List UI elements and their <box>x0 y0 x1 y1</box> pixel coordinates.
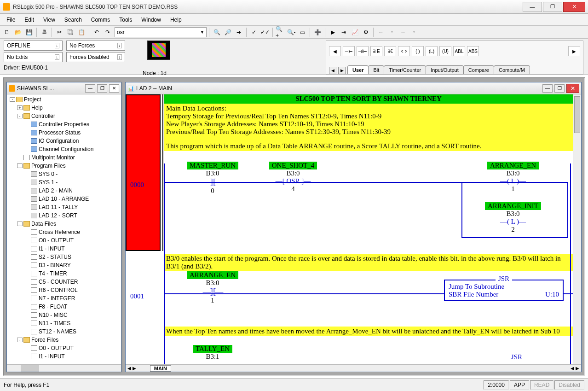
palette-tab-timer[interactable]: Timer/Counter <box>384 65 426 74</box>
mode-dropdown[interactable]: OFFLINE↓ <box>4 41 63 51</box>
tree-item[interactable]: B3 - BINARY <box>7 261 121 269</box>
pal-btn-3[interactable]: ∃€ <box>384 46 396 56</box>
tree-item[interactable]: I1 - INPUT <box>7 352 121 361</box>
tree-min-button[interactable]: — <box>85 84 95 93</box>
save-icon[interactable]: 💾 <box>24 27 34 37</box>
palette-nav-right[interactable]: ▶ <box>568 46 580 56</box>
open-icon[interactable]: 📂 <box>13 27 23 37</box>
ladder-min-button[interactable]: — <box>542 84 553 93</box>
pal-btn-0[interactable]: ⊣⊢ <box>343 46 355 56</box>
window-icon[interactable]: ▭ <box>297 27 307 37</box>
tree-item[interactable]: Channel Configuration <box>7 145 121 153</box>
tree-item[interactable]: ST12 - NAMES <box>7 327 121 336</box>
rung-1[interactable]: ARRANGE_EN B3:0 —] [— 1 JSR Jump To Subr… <box>164 271 573 327</box>
ladder-max-button[interactable]: ❐ <box>554 84 565 93</box>
tree-item[interactable]: I1 - INPUT <box>7 245 121 253</box>
tree-item[interactable]: LAD 2 - MAIN <box>7 187 121 195</box>
menu-search[interactable]: Search <box>60 15 86 25</box>
palette-tab-left[interactable]: ◀ <box>329 67 336 74</box>
palette-tab-compare[interactable]: Compare <box>463 65 494 74</box>
tree-item[interactable]: IO Configuration <box>7 137 121 145</box>
pal-btn-7[interactable]: (U) <box>439 46 451 56</box>
palette-tab-user[interactable]: User <box>347 65 369 74</box>
menu-help[interactable]: Help <box>166 15 186 25</box>
fwd-icon[interactable]: → <box>398 27 408 37</box>
add-icon[interactable]: ➕ <box>312 27 323 37</box>
forces-dropdown[interactable]: No Forces↓ <box>66 41 125 51</box>
palette-nav-left[interactable]: ◀ <box>329 46 341 56</box>
tree-item[interactable]: R6 - CONTROL <box>7 286 121 294</box>
rung-2[interactable]: TALLY_EN B3:1 JSR <box>164 345 573 364</box>
back-icon[interactable]: ← <box>376 27 386 37</box>
tree-item[interactable]: -Force Files <box>7 336 121 344</box>
zoom-in-icon[interactable]: 🔍+ <box>275 27 285 37</box>
ladder-vscroll[interactable] <box>573 94 581 364</box>
rung-0[interactable]: MASTER_RUN B3:0 —] [— 0 ONE_SHOT_4 B3:0 … <box>164 162 573 254</box>
ladder-hscroll[interactable]: ◀ ▶ MAIN ◀ ▶ <box>126 364 581 372</box>
pal-btn-5[interactable]: ( ) <box>412 46 424 56</box>
ladder-titlebar[interactable]: 📊 LAD 2 -- MAIN — ❐ ✕ <box>126 82 581 94</box>
tree-item[interactable]: SYS 1 - <box>7 178 121 187</box>
cut-icon[interactable]: ✂ <box>54 27 64 37</box>
tree-item[interactable]: SYS 0 - <box>7 170 121 178</box>
pal-btn-6[interactable]: (L) <box>426 46 438 56</box>
find-icon[interactable]: 🔍 <box>212 27 222 37</box>
menu-window[interactable]: Window <box>137 15 166 25</box>
menu-comms[interactable]: Comms <box>86 15 115 25</box>
tree-item[interactable]: O0 - OUTPUT <box>7 344 121 352</box>
tree-item[interactable]: C5 - COUNTER <box>7 278 121 286</box>
pal-btn-9[interactable]: ABS <box>467 46 479 56</box>
print-icon[interactable]: 🖶 <box>39 27 49 37</box>
step-icon[interactable]: ⇥ <box>339 27 349 37</box>
pal-btn-1[interactable]: ⊣/⊢ <box>357 46 369 56</box>
tree-item[interactable]: N11 - TIMES <box>7 319 121 327</box>
verify-icon[interactable]: ✓ <box>249 27 259 37</box>
redo-icon[interactable]: ↷ <box>103 27 113 37</box>
ladder-tab-main[interactable]: MAIN <box>150 365 171 372</box>
tree-max-button[interactable]: ❐ <box>97 84 107 93</box>
palette-tab-io[interactable]: Input/Output <box>426 65 464 74</box>
close-button[interactable]: ✕ <box>563 2 585 12</box>
copy-icon[interactable]: ⿻ <box>65 27 75 37</box>
ladder-content[interactable]: SLC500 TOP TEN SORT BY SHAWN TIERNEY Mai… <box>126 94 573 364</box>
paste-icon[interactable]: 📋 <box>76 27 86 37</box>
palette-tab-compute[interactable]: Compute/M <box>494 65 530 74</box>
chart-icon[interactable]: 📈 <box>350 27 360 37</box>
pal-btn-2[interactable]: ∃ E <box>370 46 382 56</box>
tree-hscroll[interactable] <box>7 364 121 372</box>
tree-item[interactable]: Multipoint Monitor <box>7 153 121 162</box>
tree-item[interactable]: Controller Properties <box>7 120 121 128</box>
tree-item[interactable]: N10 - MISC <box>7 311 121 319</box>
tree-item[interactable]: S2 - STATUS <box>7 253 121 261</box>
tree-item[interactable]: +Help <box>7 104 121 112</box>
pal-btn-4[interactable]: < > <box>398 46 410 56</box>
tree-item[interactable]: Processor Status <box>7 128 121 137</box>
maximize-button[interactable]: ❐ <box>543 2 562 12</box>
goto-icon[interactable]: ➔ <box>234 27 244 37</box>
palette-tab-bit[interactable]: Bit <box>368 65 384 74</box>
project-tree[interactable]: -Project+Help-ControllerController Prope… <box>7 94 121 364</box>
tree-item[interactable]: -Data Files <box>7 220 121 228</box>
verify-all-icon[interactable]: ✓✓ <box>260 27 270 37</box>
tree-item[interactable]: LAD 12 - SORT <box>7 211 121 220</box>
tree-item[interactable]: LAD 11 - TALLY <box>7 203 121 211</box>
tree-titlebar[interactable]: SHAWNS SL... — ❐ ✕ <box>7 82 121 94</box>
fwd-dd-icon[interactable]: ▼ <box>409 27 419 37</box>
palette-tab-right[interactable]: ▶ <box>338 67 346 74</box>
minimize-button[interactable]: — <box>523 2 542 12</box>
tree-item[interactable]: O0 - OUTPUT <box>7 236 121 245</box>
new-icon[interactable]: 🗋 <box>2 27 12 37</box>
tree-item[interactable]: LAD 10 - ARRANGE <box>7 195 121 203</box>
pal-btn-8[interactable]: ABL <box>453 46 465 56</box>
tree-item[interactable]: F8 - FLOAT <box>7 303 121 311</box>
forces-enabled-dropdown[interactable]: Forces Disabled↓ <box>66 52 125 62</box>
search-combo[interactable]: osr ▼ <box>115 27 207 37</box>
menu-tools[interactable]: Tools <box>115 15 137 25</box>
tree-close-button[interactable]: ✕ <box>109 84 119 93</box>
menu-edit[interactable]: Edit <box>20 15 39 25</box>
tree-item[interactable]: -Program Files <box>7 162 121 170</box>
find-next-icon[interactable]: 🔎 <box>223 27 233 37</box>
tree-item[interactable]: T4 - TIMER <box>7 269 121 278</box>
tree-item[interactable]: Cross Reference <box>7 228 121 236</box>
run-icon[interactable]: ▶ <box>328 27 338 37</box>
